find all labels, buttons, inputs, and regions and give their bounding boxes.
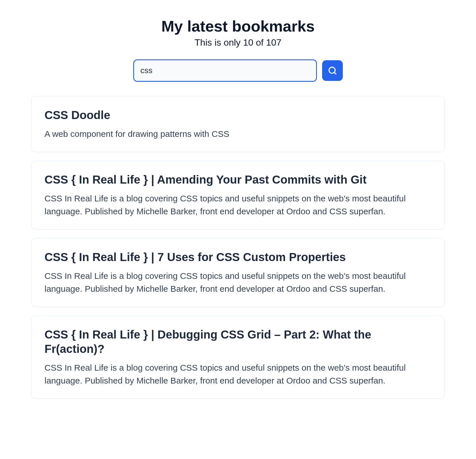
search-row — [31, 59, 445, 82]
svg-line-1 — [334, 72, 336, 74]
page-subtitle: This is only 10 of 107 — [31, 37, 445, 48]
bookmark-title: CSS { In Real Life } | Amending Your Pas… — [44, 172, 432, 187]
bookmark-description: CSS In Real Life is a blog covering CSS … — [44, 361, 432, 387]
bookmark-card[interactable]: CSS { In Real Life } | 7 Uses for CSS Cu… — [31, 238, 445, 307]
page-header: My latest bookmarks This is only 10 of 1… — [31, 17, 445, 48]
bookmark-description: A web component for drawing patterns wit… — [44, 127, 432, 140]
bookmark-card[interactable]: CSS { In Real Life } | Amending Your Pas… — [31, 161, 445, 230]
bookmark-title: CSS { In Real Life } | 7 Uses for CSS Cu… — [44, 250, 432, 264]
bookmark-description: CSS In Real Life is a blog covering CSS … — [44, 192, 432, 218]
search-button[interactable] — [322, 60, 343, 81]
bookmark-list: CSS Doodle A web component for drawing p… — [31, 96, 445, 399]
bookmark-title: CSS { In Real Life } | Debugging CSS Gri… — [44, 327, 432, 356]
search-icon — [328, 66, 337, 75]
page-title: My latest bookmarks — [31, 17, 445, 35]
bookmark-title: CSS Doodle — [44, 108, 432, 122]
bookmark-card[interactable]: CSS { In Real Life } | Debugging CSS Gri… — [31, 316, 445, 399]
bookmark-card[interactable]: CSS Doodle A web component for drawing p… — [31, 96, 445, 152]
bookmark-description: CSS In Real Life is a blog covering CSS … — [44, 269, 432, 295]
search-input[interactable] — [133, 59, 317, 82]
